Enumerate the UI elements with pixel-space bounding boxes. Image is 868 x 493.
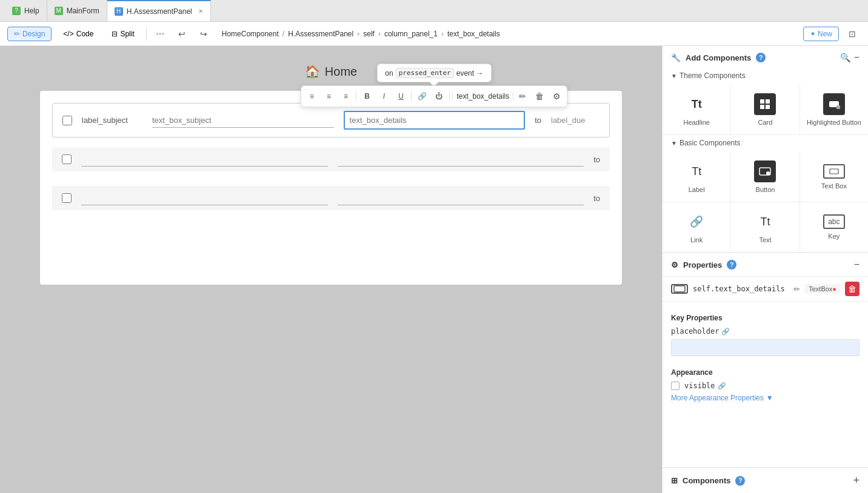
row1-input-details[interactable] (344, 111, 526, 130)
collapse-props-button[interactable]: − (854, 259, 860, 270)
layout-toggle-button[interactable]: ⊡ (844, 25, 861, 42)
components-bottom-header[interactable]: ⊞ Components ? + (663, 468, 868, 493)
code-icon: </> (63, 30, 73, 38)
underline-button[interactable]: U (393, 88, 409, 104)
comp-text[interactable]: Tt Text (731, 202, 799, 252)
row2-checkbox[interactable] (62, 154, 72, 164)
mainform-tab-icon: M (55, 7, 63, 15)
placeholder-value-input[interactable] (671, 339, 860, 356)
settings-component-button[interactable]: ⚙ (549, 88, 564, 104)
key-props-title: Key Properties (671, 314, 860, 322)
power-button[interactable]: ⏻ (431, 88, 447, 104)
highlighted-button-label: Highlighted Button (807, 119, 861, 126)
add-components-header[interactable]: 🔧 Add Components ? 🔍 − (663, 46, 868, 69)
row1-input-subject[interactable] (152, 113, 334, 128)
visible-checkbox[interactable] (671, 382, 679, 390)
properties-header[interactable]: ⚙ Properties ? − (663, 253, 868, 277)
align-left-button[interactable]: ≡ (304, 88, 319, 104)
align-center-button[interactable]: ≡ (321, 88, 336, 104)
row2-input1-wrapper (81, 152, 328, 167)
comp-link[interactable]: 🔗 Link (663, 202, 730, 252)
comp-key[interactable]: abc Key (800, 202, 868, 252)
comp-highlighted-button[interactable]: Highlighted Button (800, 85, 868, 134)
row2-input2[interactable] (338, 152, 584, 167)
tab-assessmentpanel[interactable]: H H.AssessmentPanel ✕ (107, 0, 211, 21)
form-row-2[interactable]: to (52, 147, 610, 171)
row2-input1[interactable] (81, 152, 328, 167)
bold-button[interactable]: B (359, 88, 375, 104)
delete-component-button[interactable]: 🗑 (532, 88, 547, 104)
undo-button[interactable]: ↩ (173, 25, 190, 42)
theme-components-row: ▼ Theme Components (671, 71, 860, 80)
new-label: ✦ New (810, 30, 832, 38)
key-label: Key (828, 233, 840, 240)
row1-label-due: label_due (551, 116, 599, 125)
card-label: Card (758, 119, 773, 126)
more-appearance-link[interactable]: More Appearance Properties ▼ (671, 394, 860, 402)
chevron-down-icon-3: ▼ (766, 394, 773, 402)
align-right-button[interactable]: ≡ (338, 88, 353, 104)
link-label: Link (690, 236, 703, 243)
chevron-down-icon-2: ▼ (671, 140, 677, 147)
visible-row: visible 🔗 (671, 382, 860, 390)
italic-button[interactable]: I (376, 88, 392, 104)
components-bottom-title: Components (683, 476, 730, 485)
breadcrumb-arrow-1: › (357, 30, 359, 38)
row2-input2-wrapper (338, 152, 584, 167)
breadcrumb-self[interactable]: self (363, 30, 375, 38)
form-row-1[interactable]: label_subject on pressed_enter event → ≡… (52, 103, 610, 137)
button-icon (754, 160, 776, 182)
new-button[interactable]: ✦ New (803, 27, 839, 41)
svg-rect-5 (836, 105, 840, 109)
comp-headline[interactable]: Tt Headline (663, 85, 730, 134)
breadcrumb-assessmentpanel[interactable]: H.AssessmentPanel (288, 30, 353, 38)
breadcrumb-column-panel[interactable]: column_panel_1 (384, 30, 438, 38)
split-button[interactable]: ⊟ Split (105, 27, 141, 41)
svg-rect-0 (760, 99, 764, 104)
row3-checkbox[interactable] (62, 193, 72, 203)
breadcrumb-home-component[interactable]: HomeComponent (222, 30, 279, 38)
components-help[interactable]: ? (735, 476, 745, 486)
breadcrumb-sep-1: / (282, 30, 284, 38)
breadcrumb-text-box-details[interactable]: text_box_details (447, 30, 500, 38)
edit-component-icon[interactable]: ✏ (793, 285, 800, 294)
tab-help-label: Help (24, 7, 39, 15)
add-component-button[interactable]: + (853, 474, 860, 487)
comp-button[interactable]: Button (731, 152, 799, 202)
placeholder-link-icon[interactable]: 🔗 (721, 328, 730, 336)
redo-button[interactable]: ↪ (195, 25, 212, 42)
design-button[interactable]: ✏ Design (7, 27, 52, 41)
canvas-area[interactable]: 🏠 Home label_subject on pressed_enter ev… (0, 46, 662, 493)
row1-checkbox[interactable] (62, 116, 72, 125)
tab-mainform[interactable]: M MainForm (47, 0, 107, 21)
comp-text-box[interactable]: Text Box (800, 152, 868, 202)
right-panel: 🔧 Add Components ? 🔍 − ▼ Theme Component… (662, 46, 868, 493)
more-options-button[interactable]: ⋯ (152, 25, 169, 42)
form-row-3[interactable]: to (52, 186, 610, 210)
components-bottom-section: ⊞ Components ? + (663, 468, 868, 493)
add-components-actions: 🔍 − (840, 52, 860, 63)
collapse-add-button[interactable]: − (854, 52, 860, 63)
visible-link-icon[interactable]: 🔗 (718, 382, 726, 390)
edit-component-button[interactable]: ✏ (515, 88, 530, 104)
link-button[interactable]: 🔗 (414, 88, 430, 104)
tab-mainform-label: MainForm (67, 7, 99, 15)
row3-to: to (593, 194, 600, 203)
properties-help[interactable]: ? (727, 260, 736, 270)
comp-card[interactable]: Card (731, 85, 799, 134)
tab-assessmentpanel-label: H.AssessmentPanel (127, 7, 192, 16)
search-button[interactable]: 🔍 (840, 52, 850, 63)
tab-close-icon[interactable]: ✕ (198, 8, 203, 15)
card-icon (754, 93, 776, 115)
code-button[interactable]: </> Code (56, 27, 100, 41)
design-icon: ✏ (14, 30, 20, 38)
add-components-help[interactable]: ? (756, 53, 766, 62)
row3-input2[interactable] (338, 191, 584, 205)
row3-input1[interactable] (81, 191, 328, 205)
text-box-label: Text Box (821, 182, 847, 190)
tab-help[interactable]: ? Help (5, 0, 47, 21)
design-label: Design (22, 30, 45, 38)
delete-component-btn[interactable]: 🗑 (845, 282, 860, 296)
placeholder-key-text: placeholder (671, 327, 719, 336)
comp-label[interactable]: Tt Label (663, 152, 730, 202)
